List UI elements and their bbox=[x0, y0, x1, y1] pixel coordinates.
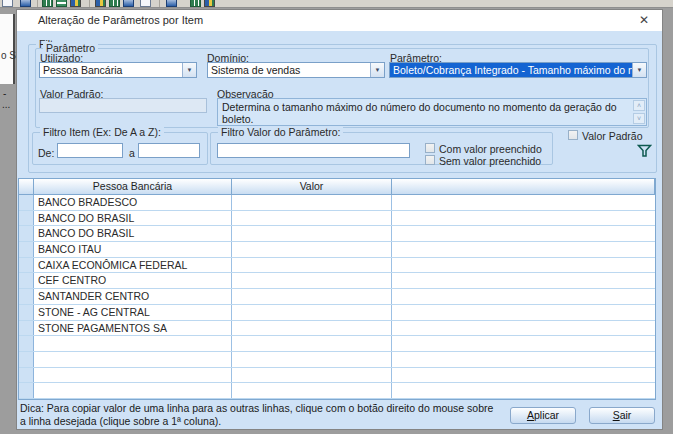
close-icon[interactable]: ✕ bbox=[639, 13, 649, 27]
toolbar-icon[interactable] bbox=[20, 0, 31, 7]
valor-cell[interactable] bbox=[232, 383, 392, 398]
table-row[interactable]: BANCO DO BRASIL bbox=[19, 211, 655, 227]
a-label: a bbox=[129, 147, 135, 159]
table-header-valor[interactable]: Valor bbox=[232, 179, 392, 194]
valor-padrao-input[interactable] bbox=[39, 98, 207, 113]
filtro-item-de-input[interactable] bbox=[57, 143, 123, 158]
table-row[interactable] bbox=[19, 352, 655, 368]
table-row[interactable]: BANCO DO BRASIL bbox=[19, 226, 655, 242]
toolbar-icon[interactable] bbox=[140, 0, 151, 7]
toolbar-icon[interactable] bbox=[2, 0, 13, 7]
pessoa-bancaria-cell[interactable]: BANCO ITAU bbox=[34, 242, 232, 257]
row-selector-cell[interactable] bbox=[19, 336, 34, 351]
valor-cell[interactable] bbox=[232, 336, 392, 351]
scroll-down-icon[interactable]: ˅ bbox=[633, 113, 645, 124]
observacao-scrollbar[interactable]: ˄ ˅ bbox=[633, 100, 645, 124]
row-selector-cell[interactable] bbox=[19, 305, 34, 320]
valor-cell[interactable] bbox=[232, 258, 392, 273]
valor-cell[interactable] bbox=[232, 242, 392, 257]
table-header-row: Pessoa Bancária Valor bbox=[19, 179, 655, 195]
row-selector-cell[interactable] bbox=[19, 211, 34, 226]
table-header-pessoa[interactable]: Pessoa Bancária bbox=[34, 179, 232, 194]
chevron-down-icon[interactable]: ▼ bbox=[632, 63, 646, 77]
dominio-select[interactable]: Sistema de vendas ▼ bbox=[207, 62, 385, 78]
pessoa-bancaria-cell[interactable]: STONE PAGAMENTOS SA bbox=[34, 321, 232, 336]
valor-cell[interactable] bbox=[232, 368, 392, 383]
table-row[interactable]: STONE PAGAMENTOS SA bbox=[19, 321, 655, 337]
valor-cell[interactable] bbox=[232, 289, 392, 304]
row-selector-cell[interactable] bbox=[19, 368, 34, 383]
valor-cell[interactable] bbox=[232, 195, 392, 210]
row-selector-cell[interactable] bbox=[19, 352, 34, 367]
sair-button[interactable]: Sair bbox=[589, 407, 655, 424]
pessoa-bancaria-cell[interactable]: CAIXA ECONÔMICA FEDERAL bbox=[34, 258, 232, 273]
table-row[interactable] bbox=[19, 336, 655, 352]
pessoa-bancaria-cell[interactable]: BANCO BRADESCO bbox=[34, 195, 232, 210]
toolbar-icon[interactable] bbox=[123, 0, 134, 7]
toolbar-icon[interactable] bbox=[190, 0, 201, 7]
row-selector-cell[interactable] bbox=[19, 226, 34, 241]
de-label: De: bbox=[38, 147, 54, 159]
pessoa-bancaria-cell[interactable]: BANCO DO BRASIL bbox=[34, 211, 232, 226]
background-text-fragment: ... bbox=[2, 99, 10, 110]
parametro-select[interactable]: Boleto/Cobrança Integrado - Tamanho máxi… bbox=[389, 62, 647, 78]
pessoa-bancaria-cell[interactable] bbox=[34, 383, 232, 398]
pessoa-bancaria-cell[interactable] bbox=[34, 352, 232, 367]
table-row[interactable]: CAIXA ECONÔMICA FEDERAL bbox=[19, 258, 655, 274]
table-body: BANCO BRADESCO BANCO DO BRASIL BANCO DO … bbox=[19, 195, 655, 399]
toolbar-icon[interactable] bbox=[204, 0, 215, 7]
toolbar-icon[interactable] bbox=[42, 0, 53, 7]
row-selector-cell[interactable] bbox=[19, 258, 34, 273]
valor-cell[interactable] bbox=[232, 211, 392, 226]
valor-padrao-checkbox-label: Valor Padrão bbox=[582, 130, 643, 142]
filter-funnel-icon[interactable] bbox=[637, 144, 652, 160]
pessoa-bancaria-cell[interactable]: CEF CENTRO bbox=[34, 273, 232, 288]
chevron-down-icon[interactable]: ▼ bbox=[370, 63, 384, 77]
valor-cell[interactable] bbox=[232, 305, 392, 320]
valor-padrao-checkbox[interactable] bbox=[568, 130, 578, 140]
table-row[interactable]: CEF CENTRO bbox=[19, 273, 655, 289]
toolbar-icon[interactable] bbox=[109, 0, 120, 7]
table-row[interactable]: SANTANDER CENTRO bbox=[19, 289, 655, 305]
extra-cell bbox=[392, 368, 655, 383]
table-row[interactable]: BANCO BRADESCO bbox=[19, 195, 655, 211]
valor-cell[interactable] bbox=[232, 321, 392, 336]
parameter-table: Pessoa Bancária Valor BANCO BRADESCO BAN… bbox=[18, 178, 656, 400]
table-row[interactable] bbox=[19, 383, 655, 399]
background-toolbar bbox=[0, 0, 673, 8]
table-row[interactable]: STONE - AG CENTRAL bbox=[19, 305, 655, 321]
valor-cell[interactable] bbox=[232, 226, 392, 241]
toolbar-icon[interactable] bbox=[166, 0, 177, 7]
pessoa-bancaria-cell[interactable] bbox=[34, 336, 232, 351]
com-valor-checkbox[interactable] bbox=[425, 143, 435, 153]
pessoa-bancaria-cell[interactable]: STONE - AG CENTRAL bbox=[34, 305, 232, 320]
row-selector-cell[interactable] bbox=[19, 242, 34, 257]
dialog-titlebar[interactable]: Alteração de Parâmetros por Item ✕ bbox=[17, 10, 662, 31]
row-selector-cell[interactable] bbox=[19, 273, 34, 288]
row-selector-cell[interactable] bbox=[19, 289, 34, 304]
valor-cell[interactable] bbox=[232, 352, 392, 367]
sem-valor-checkbox[interactable] bbox=[425, 155, 435, 165]
dialog-alteracao-parametros: Alteração de Parâmetros por Item ✕ Filtr… bbox=[16, 9, 663, 430]
toolbar-icon[interactable] bbox=[95, 0, 106, 7]
dialog-title: Alteração de Parâmetros por Item bbox=[38, 14, 203, 26]
toolbar-icon[interactable] bbox=[70, 0, 81, 7]
scroll-up-icon[interactable]: ˄ bbox=[633, 100, 645, 111]
row-selector-cell[interactable] bbox=[19, 195, 34, 210]
filtro-item-a-input[interactable] bbox=[138, 143, 200, 158]
aplicar-button[interactable]: Aplicar bbox=[510, 407, 576, 424]
pessoa-bancaria-cell[interactable]: SANTANDER CENTRO bbox=[34, 289, 232, 304]
pessoa-bancaria-cell[interactable] bbox=[34, 368, 232, 383]
row-selector-cell[interactable] bbox=[19, 383, 34, 398]
filtro-valor-input[interactable] bbox=[217, 143, 410, 158]
toolbar-icon[interactable] bbox=[56, 0, 67, 7]
utilizado-select[interactable]: Pessoa Bancária ▼ bbox=[39, 62, 197, 78]
valor-cell[interactable] bbox=[232, 273, 392, 288]
extra-cell bbox=[392, 321, 655, 336]
table-row[interactable]: BANCO ITAU bbox=[19, 242, 655, 258]
extra-cell bbox=[392, 352, 655, 367]
row-selector-cell[interactable] bbox=[19, 321, 34, 336]
pessoa-bancaria-cell[interactable]: BANCO DO BRASIL bbox=[34, 226, 232, 241]
table-row[interactable] bbox=[19, 368, 655, 384]
chevron-down-icon[interactable]: ▼ bbox=[182, 63, 196, 77]
